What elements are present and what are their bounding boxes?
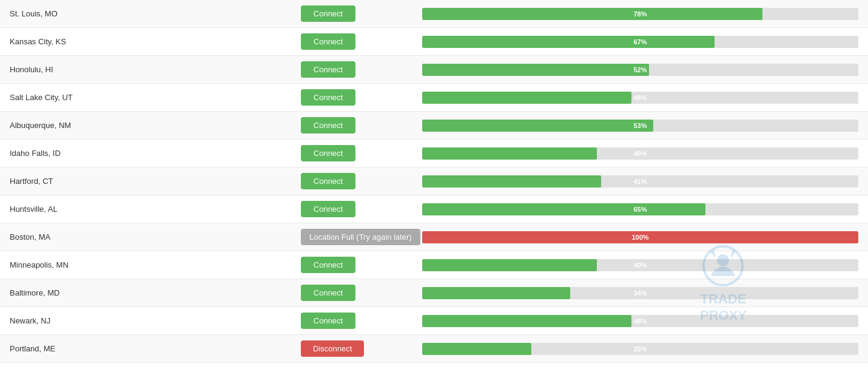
progress-bar-container: 52% [422, 64, 858, 76]
connect-button[interactable]: Connect [301, 285, 355, 301]
location-label: Salt Lake City, UT [10, 93, 301, 102]
table-row: Idaho Falls, IDConnect40% [0, 140, 868, 167]
progress-bar-bg: 25% [422, 343, 858, 355]
location-label: Honolulu, HI [10, 65, 301, 74]
connect-button[interactable]: Connect [301, 173, 355, 189]
progress-bar-fill [422, 8, 762, 20]
progress-bar-bg: 52% [422, 64, 858, 76]
progress-bar-container: 67% [422, 36, 858, 48]
progress-bar-bg: 40% [422, 259, 858, 271]
location-label: Newark, NJ [10, 316, 301, 325]
table-row: Huntsville, ALConnect65% [0, 195, 868, 223]
location-label: Idaho Falls, ID [10, 149, 301, 158]
progress-bar-container: 48% [422, 92, 858, 104]
progress-bar-bg: 100% [422, 231, 858, 243]
table-row: Portland, MEDisconnect25% [0, 335, 868, 363]
progress-bar-fill [422, 287, 570, 299]
location-label: Baltimore, MD [10, 288, 301, 297]
progress-bar-fill [422, 92, 631, 104]
table-row: Albuquerque, NMConnect53% [0, 112, 868, 140]
progress-bar-bg: 78% [422, 8, 858, 20]
location-label: St. Louis, MO [10, 9, 301, 18]
connect-button[interactable]: Connect [301, 61, 355, 78]
progress-bar-container: 41% [422, 175, 858, 188]
progress-bar-fill [422, 36, 715, 48]
location-label: Hartford, CT [10, 177, 301, 186]
progress-bar-bg: 48% [422, 315, 858, 327]
progress-bar-fill [422, 231, 858, 243]
location-label: Huntsville, AL [10, 205, 301, 214]
progress-bar-container: 25% [422, 343, 858, 355]
progress-bar-container: 48% [422, 315, 858, 327]
table-row: Boston, MALocation Full (Try again later… [0, 223, 868, 251]
connect-button[interactable]: Connect [301, 145, 355, 161]
progress-bar-fill [422, 147, 597, 160]
table-row: Baltimore, MDConnect34% [0, 279, 868, 307]
connect-button[interactable]: Connect [301, 89, 355, 106]
progress-bar-bg: 53% [422, 120, 858, 132]
progress-bar-bg: 48% [422, 92, 858, 104]
server-list: St. Louis, MOConnect78%Kansas City, KSCo… [0, 0, 868, 363]
table-row: Kansas City, KSConnect67% [0, 28, 868, 56]
progress-bar-container: 100% [422, 231, 858, 243]
table-row: Newark, NJConnect48% [0, 307, 868, 335]
disconnect-button[interactable]: Disconnect [301, 340, 364, 357]
progress-bar-fill [422, 259, 597, 271]
progress-bar-bg: 65% [422, 203, 858, 215]
connect-button[interactable]: Connect [301, 257, 355, 273]
location-label: Boston, MA [10, 232, 301, 242]
connect-button[interactable]: Connect [301, 117, 355, 134]
location-label: Kansas City, KS [10, 37, 301, 46]
progress-bar-container: 40% [422, 259, 858, 271]
progress-bar-container: 53% [422, 120, 858, 132]
location-full-button: Location Full (Try again later) [301, 229, 420, 245]
progress-bar-fill [422, 175, 601, 188]
progress-bar-fill [422, 120, 653, 132]
connect-button[interactable]: Connect [301, 313, 355, 329]
progress-bar-fill [422, 64, 649, 76]
table-row: Hartford, CTConnect41% [0, 167, 868, 195]
progress-bar-fill [422, 203, 705, 215]
progress-bar-bg: 40% [422, 147, 858, 160]
progress-bar-container: 34% [422, 287, 858, 299]
progress-bar-bg: 34% [422, 287, 858, 299]
progress-bar-container: 65% [422, 203, 858, 215]
table-row: Salt Lake City, UTConnect48% [0, 84, 868, 112]
progress-bar-fill [422, 315, 631, 327]
location-label: Portland, ME [10, 344, 301, 353]
location-label: Albuquerque, NM [10, 121, 301, 130]
progress-bar-fill [422, 343, 531, 355]
progress-bar-container: 78% [422, 8, 858, 20]
connect-button[interactable]: Connect [301, 201, 355, 217]
table-row: Honolulu, HIConnect52% [0, 56, 868, 84]
table-row: St. Louis, MOConnect78% [0, 0, 868, 28]
progress-bar-bg: 67% [422, 36, 858, 48]
connect-button[interactable]: Connect [301, 33, 355, 50]
progress-bar-container: 40% [422, 147, 858, 160]
progress-bar-bg: 41% [422, 175, 858, 188]
connect-button[interactable]: Connect [301, 5, 355, 22]
location-label: Minneapolis, MN [10, 260, 301, 269]
table-row: Minneapolis, MNConnect40% [0, 251, 868, 279]
